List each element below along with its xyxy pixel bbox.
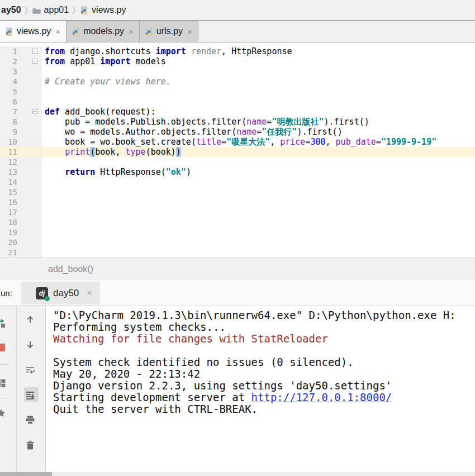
console-toolbar xyxy=(17,306,46,472)
console-line: System check identified no issues (0 sil… xyxy=(53,356,475,368)
code-line-8[interactable]: 8 pub = models.Publish.objects.filter(na… xyxy=(0,117,475,127)
restore-layout-button[interactable] xyxy=(0,375,10,390)
code-line-19[interactable]: 19 xyxy=(0,227,475,237)
breadcrumb-label: views.py xyxy=(92,5,126,15)
horizontal-scrollbar[interactable] xyxy=(0,472,475,476)
line-number: 7− xyxy=(0,107,41,117)
code-line-2[interactable]: 2−from app01 import models xyxy=(0,56,475,66)
console-text: May 20, 2020 - 22:13:42 xyxy=(53,368,200,380)
line-number: 13 xyxy=(0,167,41,177)
code-line-12[interactable]: 12 xyxy=(0,157,475,167)
code-line-5[interactable]: 5 xyxy=(0,87,475,97)
code-line-3[interactable]: 3 xyxy=(0,66,475,77)
code-text xyxy=(41,177,475,187)
code-line-1[interactable]: 1−from django.shortcuts import render, H… xyxy=(0,46,475,56)
scroll-to-end-icon xyxy=(25,390,35,399)
run-console-panel: "D:\PyCharm 2019.1.3\bin\runnerw64.exe" … xyxy=(0,306,475,472)
code-text xyxy=(41,207,475,217)
printer-icon xyxy=(25,415,35,425)
console-line: Performing system checks... xyxy=(53,321,475,333)
code-line-14[interactable]: 14 xyxy=(0,177,475,187)
fold-icon[interactable]: − xyxy=(32,109,37,114)
soft-wrap-button[interactable] xyxy=(24,362,39,377)
pin-tab-button[interactable] xyxy=(0,406,10,420)
code-text xyxy=(41,247,475,258)
breadcrumb-item-app01[interactable]: app01 xyxy=(32,5,69,15)
tab-urls-py[interactable]: urls.py× xyxy=(140,21,198,42)
console-text: Quit the server with CTRL-BREAK. xyxy=(53,403,258,415)
down-stack-trace-button[interactable] xyxy=(24,337,39,351)
code-line-20[interactable]: 20 xyxy=(0,237,475,247)
code-line-7[interactable]: 7−def add_book(request): xyxy=(0,107,475,117)
line-number: 3 xyxy=(0,66,41,77)
breadcrumb-label: app01 xyxy=(44,5,69,15)
fold-icon[interactable]: − xyxy=(32,49,37,54)
editor-pane[interactable]: 1−from django.shortcuts import render, H… xyxy=(0,42,475,258)
line-number: 16 xyxy=(0,197,41,207)
print-button[interactable] xyxy=(24,412,39,427)
code-text xyxy=(41,197,475,207)
line-number: 18 xyxy=(0,217,41,227)
code-line-21[interactable]: 21 xyxy=(0,247,475,258)
code-text: from app01 import models xyxy=(41,56,475,66)
chevron-right-icon: 〉 xyxy=(25,5,28,15)
code-text: print(book, type(book)) xyxy=(41,147,475,157)
stop-icon xyxy=(0,342,6,352)
run-tool-window-header: un: dj day50 × xyxy=(0,280,475,306)
tab-close-icon[interactable]: × xyxy=(187,27,192,36)
line-number: 9 xyxy=(0,127,41,137)
code-line-10[interactable]: 10 book = wo.book_set.create(title="吸星大法… xyxy=(0,137,475,147)
clear-all-button[interactable] xyxy=(24,437,39,452)
tab-label: urls.py xyxy=(156,26,183,36)
tab-models-py[interactable]: models.py× xyxy=(66,21,140,42)
stop-button[interactable] xyxy=(0,340,10,354)
code-line-11[interactable]: 11 print(book, type(book)) xyxy=(0,147,475,157)
code-line-17[interactable]: 17 xyxy=(0,207,475,217)
console-text: Performing system checks... xyxy=(53,321,226,333)
server-url-link[interactable]: http://127.0.0.1:8000/ xyxy=(251,391,392,403)
toolbar-separator xyxy=(0,398,9,398)
breadcrumb: ay50〉app01〉views.py xyxy=(0,0,475,20)
code-line-15[interactable]: 15 xyxy=(0,187,475,197)
trash-icon xyxy=(25,440,35,450)
line-number: 20 xyxy=(0,237,41,247)
line-number: 8 xyxy=(0,117,41,127)
breadcrumb-item-ay50[interactable]: ay50 xyxy=(1,5,21,15)
scroll-to-end-button[interactable] xyxy=(24,387,39,402)
run-toolbar-left xyxy=(0,306,17,472)
line-number: 2− xyxy=(0,56,41,66)
line-number: 19 xyxy=(0,227,41,237)
context-breadcrumb-bar: add_book() xyxy=(0,258,475,280)
tab-close-icon[interactable]: × xyxy=(129,27,134,36)
line-number: 12 xyxy=(0,157,41,167)
breadcrumb-label: ay50 xyxy=(1,5,21,15)
run-tab-day50[interactable]: dj day50 × xyxy=(21,282,100,304)
tab-views-py[interactable]: views.py× xyxy=(0,21,66,42)
context-function-label: add_book() xyxy=(48,264,93,274)
fold-icon[interactable]: − xyxy=(32,59,37,64)
line-number: 21 xyxy=(0,247,41,258)
console-output[interactable]: "D:\PyCharm 2019.1.3\bin\runnerw64.exe" … xyxy=(46,306,475,472)
up-stack-trace-button[interactable] xyxy=(24,312,39,326)
code-line-6[interactable]: 6 xyxy=(0,97,475,107)
rerun-button[interactable] xyxy=(0,316,10,330)
console-line xyxy=(53,345,475,356)
django-icon-text: dj xyxy=(39,289,45,297)
breadcrumb-item-views-py[interactable]: views.py xyxy=(79,5,126,15)
python-file-icon xyxy=(71,27,80,36)
line-number: 4 xyxy=(0,77,41,87)
code-line-18[interactable]: 18 xyxy=(0,217,475,227)
code-line-16[interactable]: 16 xyxy=(0,197,475,207)
scrollbar-thumb[interactable] xyxy=(0,472,52,476)
console-text: System check identified no issues (0 sil… xyxy=(53,356,354,368)
code-line-13[interactable]: 13 return HttpResponse("ok") xyxy=(0,167,475,177)
line-number: 17 xyxy=(0,207,41,217)
tab-close-icon[interactable]: × xyxy=(55,27,60,36)
line-number: 1− xyxy=(0,46,41,56)
close-icon[interactable]: × xyxy=(87,288,92,299)
code-line-9[interactable]: 9 wo = models.Author.objects.filter(name… xyxy=(0,127,475,137)
pin-icon xyxy=(0,408,6,418)
run-label: un: xyxy=(0,288,21,298)
code-line-4[interactable]: 4# Create your views here. xyxy=(0,77,475,87)
code-text xyxy=(41,217,475,227)
